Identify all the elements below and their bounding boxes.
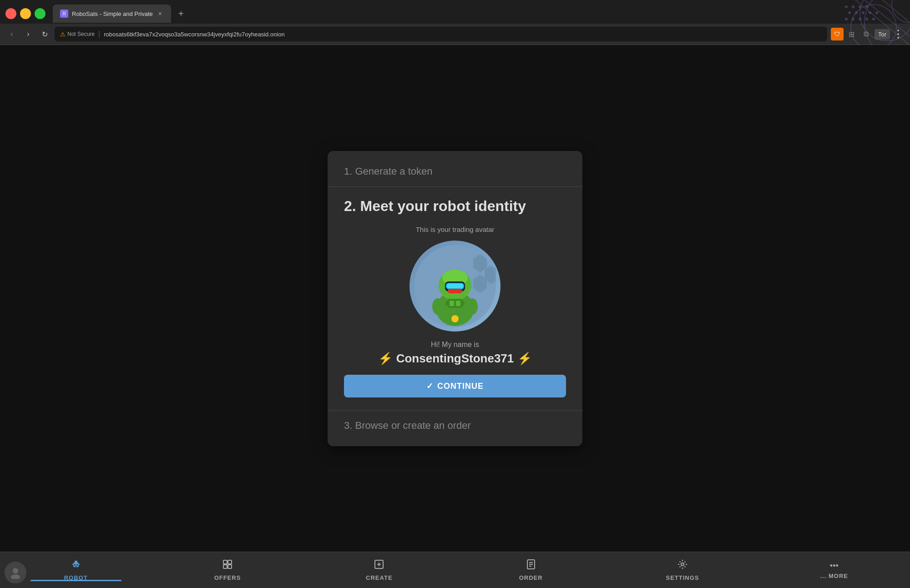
bottom-nav: ROBOT OFFERS CREATE xyxy=(0,552,910,588)
tab-favicon: R xyxy=(60,10,68,18)
close-window-button[interactable] xyxy=(5,8,16,19)
robot-name-area: Hi! My name is ⚡ ConsentingStone371 ⚡ xyxy=(344,341,566,366)
minimize-window-button[interactable] xyxy=(20,8,31,19)
svg-rect-51 xyxy=(228,560,232,564)
security-indicator: ⚠ Not Secure xyxy=(60,31,95,38)
avatar xyxy=(410,241,500,332)
hi-text: Hi! My name is xyxy=(344,341,566,349)
continue-button[interactable]: ✓ CONTINUE xyxy=(344,375,566,397)
nav-bar: ‹ › ↻ ⚠ Not Secure | robosats6tkf3eva7x2… xyxy=(0,24,910,45)
svg-rect-47 xyxy=(75,566,77,567)
step1-label: 1. Generate a token xyxy=(344,166,566,177)
more-nav-label: ... MORE xyxy=(820,573,848,579)
divider-1 xyxy=(328,186,582,187)
svg-point-40 xyxy=(451,315,459,322)
svg-point-46 xyxy=(76,564,78,566)
divider-2 xyxy=(328,410,582,411)
nav-right-controls: 🛡 ⊞ ⧉ Tor xyxy=(831,28,905,40)
svg-rect-52 xyxy=(223,565,227,568)
bolt-left-icon: ⚡ xyxy=(378,352,393,365)
browser-chrome: R RoboSats - Simple and Private × + ‹ › … xyxy=(0,0,910,45)
tab-close-button[interactable]: × xyxy=(157,10,164,17)
nav-item-more[interactable]: ••• ... MORE xyxy=(758,561,910,579)
nav-item-robot[interactable]: ROBOT xyxy=(0,559,152,581)
order-nav-icon xyxy=(526,559,536,573)
create-nav-label: CREATE xyxy=(366,574,392,581)
settings-nav-icon xyxy=(677,559,688,573)
svg-point-61 xyxy=(681,563,684,566)
avatar-caption: This is your trading avatar xyxy=(344,226,566,233)
back-button[interactable]: ‹ xyxy=(5,28,18,40)
avatar-container xyxy=(344,241,566,332)
nav-item-order[interactable]: ORDER xyxy=(455,559,607,581)
nav-item-create[interactable]: CREATE xyxy=(303,559,455,581)
new-tab-button[interactable]: + xyxy=(175,7,187,20)
svg-point-39 xyxy=(467,298,478,315)
more-nav-icon: ••• xyxy=(830,561,839,571)
svg-rect-37 xyxy=(456,301,460,306)
svg-rect-53 xyxy=(228,565,232,568)
robot-illustration xyxy=(414,245,496,327)
active-tab[interactable]: R RoboSats - Simple and Private × xyxy=(53,5,171,23)
svg-rect-50 xyxy=(223,560,227,564)
nav-item-settings[interactable]: SETTINGS xyxy=(607,559,758,581)
menu-dot xyxy=(897,37,899,39)
robot-name-text: ConsentingStone371 xyxy=(396,352,514,365)
svg-point-45 xyxy=(74,564,75,566)
order-nav-label: ORDER xyxy=(519,574,543,581)
reload-button[interactable]: ↻ xyxy=(38,28,51,40)
offers-nav-label: OFFERS xyxy=(214,574,241,581)
create-nav-icon xyxy=(374,559,384,573)
tab-title: RoboSats - Simple and Private xyxy=(72,10,153,17)
menu-dot xyxy=(897,30,899,31)
svg-rect-44 xyxy=(75,561,77,563)
sidebar-button[interactable]: ⧉ xyxy=(860,28,873,40)
menu-dot xyxy=(897,33,899,35)
maximize-window-button[interactable] xyxy=(35,8,46,19)
continue-label: CONTINUE xyxy=(437,382,484,391)
step3-label: 3. Browse or create an order xyxy=(344,420,566,432)
brave-shield-icon[interactable]: 🛡 xyxy=(831,28,844,40)
settings-nav-label: SETTINGS xyxy=(666,574,699,581)
svg-rect-32 xyxy=(448,289,462,293)
robot-nav-label: ROBOT xyxy=(64,574,88,581)
not-secure-label: Not Secure xyxy=(67,31,95,37)
step2-label: 2. Meet your robot identity xyxy=(344,198,566,215)
warning-icon: ⚠ xyxy=(60,31,66,38)
svg-point-38 xyxy=(432,298,443,315)
offers-nav-icon xyxy=(222,559,233,573)
nav-item-offers[interactable]: OFFERS xyxy=(152,559,303,581)
check-icon: ✓ xyxy=(426,381,434,391)
onboarding-card: 1. Generate a token 2. Meet your robot i… xyxy=(328,151,582,446)
window-controls xyxy=(5,8,46,19)
address-text: robosats6tkf3eva7x2voqso3a5wcorsnw34jvey… xyxy=(104,31,284,38)
svg-rect-36 xyxy=(450,301,454,306)
robot-nav-icon xyxy=(71,559,81,573)
bolt-right-icon: ⚡ xyxy=(517,352,532,365)
robot-name: ⚡ ConsentingStone371 ⚡ xyxy=(344,352,566,366)
extensions-button[interactable]: ⊞ xyxy=(845,28,858,40)
browser-menu-button[interactable] xyxy=(892,28,905,40)
tab-bar: R RoboSats - Simple and Private × + xyxy=(0,0,910,24)
tor-button[interactable]: Tor xyxy=(875,29,890,40)
svg-rect-31 xyxy=(447,284,463,288)
forward-button[interactable]: › xyxy=(22,28,35,40)
main-content: 1. Generate a token 2. Meet your robot i… xyxy=(0,45,910,552)
address-bar[interactable]: ⚠ Not Secure | robosats6tkf3eva7x2voqso3… xyxy=(55,27,827,41)
